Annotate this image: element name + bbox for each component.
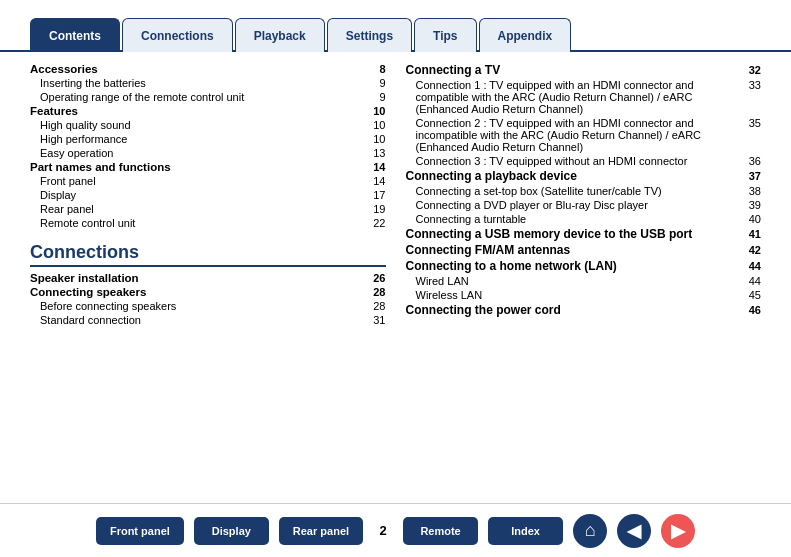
list-item: Easy operation 13 — [30, 146, 386, 160]
list-item: Connection 3 : TV equipped without an HD… — [406, 154, 762, 168]
part-names-header: Part names and functions 14 — [30, 160, 386, 174]
tab-connections[interactable]: Connections — [122, 18, 233, 52]
prev-button[interactable]: ◀ — [617, 514, 651, 548]
remote-button[interactable]: Remote — [403, 517, 478, 545]
list-item: Remote control unit 22 — [30, 216, 386, 230]
page-number: 2 — [373, 523, 393, 538]
front-panel-button[interactable]: Front panel — [96, 517, 184, 545]
list-item: Wired LAN44 — [406, 274, 762, 288]
list-item: Wireless LAN45 — [406, 288, 762, 302]
left-column: Accessories 8 Inserting the batteries 9 … — [30, 62, 386, 493]
right-section-header: Connecting the power cord46 — [406, 302, 762, 318]
speaker-install-header: Speaker installation 26 — [30, 271, 386, 285]
list-item: High performance 10 — [30, 132, 386, 146]
home-icon: ⌂ — [585, 520, 596, 541]
arrow-right-icon: ▶ — [671, 520, 685, 542]
top-nav-bar: Contents Connections Playback Settings T… — [0, 0, 791, 52]
list-item: Operating range of the remote control un… — [30, 90, 386, 104]
list-item: Inserting the batteries 9 — [30, 76, 386, 90]
list-item: Display 17 — [30, 188, 386, 202]
display-button[interactable]: Display — [194, 517, 269, 545]
tab-tips[interactable]: Tips — [414, 18, 476, 52]
connections-large-header: Connections — [30, 242, 386, 267]
bottom-nav: Front panel Display Rear panel 2 Remote … — [0, 503, 791, 557]
tab-contents[interactable]: Contents — [30, 18, 120, 52]
arrow-left-icon: ◀ — [627, 520, 641, 542]
right-section-header: Connecting a playback device37 — [406, 168, 762, 184]
next-button[interactable]: ▶ — [661, 514, 695, 548]
right-column: Connecting a TV32Connection 1 : TV equip… — [406, 62, 762, 493]
index-button[interactable]: Index — [488, 517, 563, 545]
list-item: Connection 2 : TV equipped with an HDMI … — [406, 116, 762, 154]
tab-appendix[interactable]: Appendix — [479, 18, 572, 52]
connecting-speakers-header: Connecting speakers 28 — [30, 285, 386, 299]
list-item: Connecting a turntable40 — [406, 212, 762, 226]
tab-settings[interactable]: Settings — [327, 18, 412, 52]
accessories-header: Accessories 8 — [30, 62, 386, 76]
rear-panel-button[interactable]: Rear panel — [279, 517, 363, 545]
tab-playback[interactable]: Playback — [235, 18, 325, 52]
list-item: Standard connection 31 — [30, 313, 386, 327]
right-section-header: Connecting a USB memory device to the US… — [406, 226, 762, 242]
list-item: Connecting a set-top box (Satellite tune… — [406, 184, 762, 198]
right-section-header: Connecting a TV32 — [406, 62, 762, 78]
list-item: Before connecting speakers 28 — [30, 299, 386, 313]
list-item: Rear panel 19 — [30, 202, 386, 216]
right-section-header: Connecting to a home network (LAN)44 — [406, 258, 762, 274]
right-section-header: Connecting FM/AM antennas42 — [406, 242, 762, 258]
list-item: Connecting a DVD player or Blu-ray Disc … — [406, 198, 762, 212]
list-item: High quality sound 10 — [30, 118, 386, 132]
features-header: Features 10 — [30, 104, 386, 118]
list-item: Front panel 14 — [30, 174, 386, 188]
main-content: Accessories 8 Inserting the batteries 9 … — [0, 52, 791, 503]
home-button[interactable]: ⌂ — [573, 514, 607, 548]
list-item: Connection 1 : TV equipped with an HDMI … — [406, 78, 762, 116]
